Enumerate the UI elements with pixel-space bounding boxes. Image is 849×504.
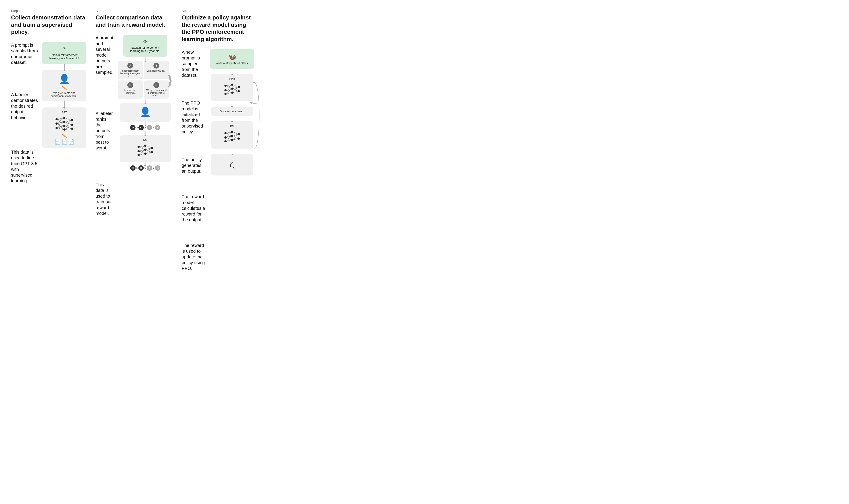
option-d: D We give treats and punishments to teac… <box>144 80 169 98</box>
step2-person-card: 👤 <box>120 103 171 122</box>
svg-point-51 <box>231 84 233 86</box>
svg-point-5 <box>63 125 66 127</box>
svg-point-6 <box>63 128 66 131</box>
step1-text1: A prompt is sampled from our prompt data… <box>11 42 38 65</box>
step3-layout: A new prompt is sampled from the dataset… <box>182 49 254 271</box>
svg-point-7 <box>71 119 73 121</box>
step1-column: Step 1 Collect demonstration data and tr… <box>7 9 91 184</box>
rank-d: D <box>130 125 136 130</box>
step1-neural-net <box>54 116 74 131</box>
step3-rm-net <box>223 130 241 143</box>
rank-sep1: > <box>136 126 138 129</box>
rank-sep2: > <box>144 126 146 129</box>
option-b: B Explain rewards... <box>144 61 169 79</box>
step1-docs: 📄 📄 📄 <box>46 139 83 145</box>
svg-point-55 <box>238 90 240 92</box>
step1-sft-card: SFT <box>42 107 87 148</box>
svg-line-43 <box>146 146 151 148</box>
svg-point-0 <box>55 118 58 120</box>
step1-prompt-text: Explain reinforcement learning to a 6 ye… <box>49 53 79 60</box>
svg-line-22 <box>66 122 71 125</box>
svg-line-83 <box>233 132 238 134</box>
step3-text2: The PPO model is initialized from the su… <box>182 100 205 134</box>
svg-point-31 <box>144 145 146 147</box>
svg-point-8 <box>71 124 73 126</box>
svg-line-57 <box>227 86 231 89</box>
rank2-a: A <box>147 165 152 170</box>
step2-text2: A labeler ranks the outputs from best to… <box>95 110 113 151</box>
svg-point-53 <box>231 91 233 94</box>
option-d-label: D <box>153 82 159 88</box>
svg-line-85 <box>233 136 238 139</box>
step1-arrow1 <box>64 64 65 70</box>
step2-diagram: ⟳ Explain reinforcement learning to a 6 … <box>118 35 173 170</box>
step3-rm-card: RM <box>211 121 253 148</box>
step3-text4: The reward model calculates a reward for… <box>182 194 205 222</box>
step1-title: Collect demonstration data and train a s… <box>11 14 87 36</box>
svg-point-70 <box>224 140 227 142</box>
rank-a: A <box>147 125 152 130</box>
step2-arrow5 <box>145 162 145 165</box>
svg-line-63 <box>233 85 238 87</box>
rank-b: B <box>155 125 160 130</box>
step2-neural-net <box>137 143 154 157</box>
svg-point-32 <box>144 148 146 151</box>
svg-point-49 <box>224 89 227 91</box>
svg-point-3 <box>63 117 66 119</box>
ppo-loop-svg <box>252 80 263 151</box>
svg-point-54 <box>238 86 240 88</box>
svg-point-30 <box>138 154 140 156</box>
svg-point-28 <box>138 146 140 148</box>
step2-arrow3 <box>145 122 145 125</box>
step3-arrow1 <box>232 69 232 74</box>
step3-ppo-card: PPO <box>211 74 253 101</box>
step3-arrow3 <box>232 116 232 121</box>
svg-point-71 <box>231 131 233 133</box>
svg-point-68 <box>224 132 227 134</box>
step3-text3: The policy generates an output. <box>182 157 205 174</box>
step1-prompt-box: ⟳ Explain reinforcement learning to a 6 … <box>42 42 87 64</box>
step3-reward-text: rk <box>215 157 250 172</box>
rank2-c: C <box>139 165 144 170</box>
step1-arrow2 <box>64 101 65 107</box>
svg-line-45 <box>146 150 151 152</box>
svg-point-33 <box>144 152 146 155</box>
step1-diagram: ⟳ Explain reinforcement learning to a 6 … <box>42 42 87 148</box>
doc2-icon: 📄 <box>61 139 68 145</box>
step1-labeler-card: 👤 ✏️ We give treats and punishments to t… <box>42 70 87 101</box>
svg-point-2 <box>55 127 58 129</box>
step2-options-area: A In reinforcement learning, the agent i… <box>118 61 173 98</box>
step3-output-card: Once upon a time... <box>211 107 253 116</box>
svg-point-72 <box>231 135 233 137</box>
svg-point-9 <box>71 128 73 130</box>
step3-column: Step 3 Optimize a policy against the rew… <box>177 9 259 271</box>
step2-rm-label: RM <box>124 139 167 142</box>
step2-prompt-text: Explain reinforcement learning to a 6 ye… <box>130 46 160 53</box>
svg-point-75 <box>238 138 240 140</box>
rank2-sep1: > <box>136 166 138 170</box>
svg-point-69 <box>224 137 227 139</box>
doc1-icon: 📄 <box>55 139 60 145</box>
option-a-label: A <box>127 63 133 69</box>
step3-arrow-area <box>211 101 253 107</box>
step2-arrow1 <box>145 57 145 61</box>
step2-person-icon: 👤 <box>124 107 167 118</box>
svg-point-1 <box>55 123 58 125</box>
rank-c: C <box>139 125 144 130</box>
step3-diagram: 🦦 Write a story about otters. PPO <box>210 49 254 176</box>
step1-card-text: We give treats and punishments to teach.… <box>46 91 83 98</box>
svg-point-29 <box>138 150 140 152</box>
step2-column: Step 2 Collect comparison data and train… <box>91 9 177 216</box>
svg-line-77 <box>227 133 231 136</box>
svg-point-50 <box>224 93 227 95</box>
step2-title: Collect comparison data and train a rewa… <box>95 14 173 28</box>
step2-text3: This data is used to train our reward mo… <box>95 182 113 216</box>
main-content: Step 1 Collect demonstration data and tr… <box>7 9 259 271</box>
step1-layout: A prompt is sampled from our prompt data… <box>11 42 87 184</box>
svg-point-48 <box>224 85 227 87</box>
option-b-text: Explain rewards... <box>146 69 167 72</box>
svg-line-65 <box>233 89 238 91</box>
svg-marker-88 <box>253 82 255 83</box>
step1-texts: A prompt is sampled from our prompt data… <box>11 42 38 184</box>
step2-layout: A prompt and several model outputs are s… <box>95 35 173 216</box>
